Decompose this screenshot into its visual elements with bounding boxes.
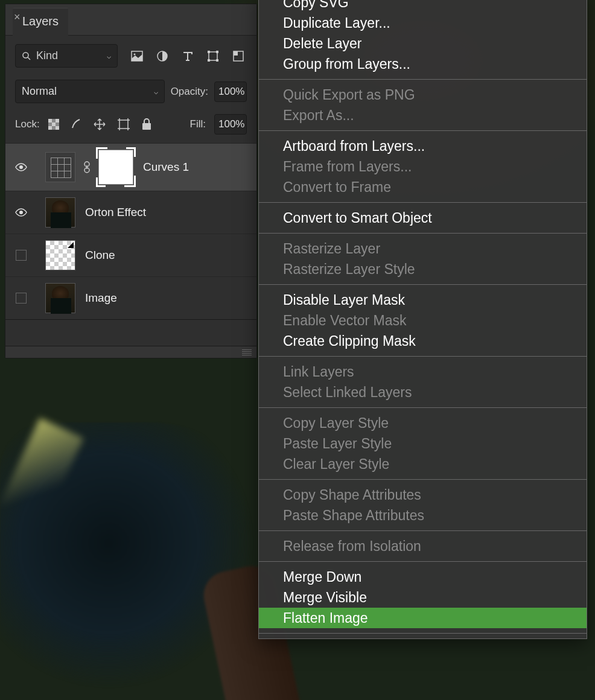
filter-kind-label: Kind (36, 49, 58, 62)
panel-footer (5, 319, 256, 346)
layer-name-label[interactable]: Curves 1 (143, 161, 189, 174)
context-menu-item: Select Linked Layers (259, 382, 587, 402)
layer-context-menu: Copy SVGDuplicate Layer...Delete LayerGr… (258, 0, 587, 639)
blend-mode-select[interactable]: Normal ⌵ (15, 80, 165, 103)
svg-rect-17 (56, 126, 59, 130)
context-menu-item[interactable]: Copy SVG (259, 0, 587, 13)
context-menu-item[interactable]: Disable Layer Mask (259, 290, 587, 310)
link-mask-icon[interactable] (81, 161, 92, 174)
context-menu-item: Enable Vector Mask (259, 310, 587, 331)
lock-artboard-icon[interactable] (117, 118, 130, 131)
filter-type-icon[interactable] (182, 50, 194, 62)
panel-resize-strip[interactable] (5, 346, 256, 358)
filter-smart-icon[interactable] (232, 50, 244, 62)
layer-thumbnail[interactable] (45, 240, 75, 270)
panel-close-icon[interactable]: × (14, 13, 25, 24)
layer-row[interactable]: Curves 1 (5, 143, 256, 191)
filter-pixel-icon[interactable] (131, 51, 143, 62)
layers-list: Curves 1Orton EffectCloneImage (5, 143, 256, 319)
fill-input[interactable]: 100% (214, 114, 247, 135)
context-menu-item[interactable]: Artboard from Layers... (259, 136, 587, 156)
svg-point-3 (134, 53, 136, 55)
layer-row[interactable]: Clone (5, 234, 256, 276)
context-menu-item: Convert to Frame (259, 177, 587, 197)
context-menu-separator (259, 561, 587, 562)
layer-row[interactable]: Image (5, 276, 256, 319)
visibility-unchecked-icon (16, 293, 27, 304)
context-menu-item: Rasterize Layer Style (259, 259, 587, 279)
svg-rect-14 (56, 119, 59, 122)
context-menu-item: Release from Isolation (259, 536, 587, 556)
svg-rect-15 (52, 122, 56, 126)
context-menu-item[interactable]: Merge Down (259, 567, 587, 587)
svg-rect-6 (208, 51, 210, 53)
layer-thumbnail[interactable] (45, 283, 75, 313)
context-menu-separator (259, 633, 587, 634)
layer-name-label[interactable]: Clone (85, 249, 115, 262)
layer-thumbnail[interactable] (45, 197, 75, 228)
svg-rect-5 (209, 52, 217, 60)
lock-position-icon[interactable] (93, 118, 106, 131)
context-menu-item: Rasterize Layer (259, 238, 587, 259)
context-menu-item: Link Layers (259, 361, 587, 382)
context-menu-item[interactable]: Delete Layer (259, 33, 587, 54)
svg-rect-18 (119, 120, 128, 129)
layer-mask-thumbnail[interactable] (98, 150, 133, 185)
opacity-input[interactable]: 100% (214, 81, 247, 102)
blend-mode-value: Normal (22, 85, 57, 98)
fill-label: Fill: (190, 118, 206, 130)
visibility-unchecked-icon (16, 250, 27, 261)
layer-thumbnail[interactable] (45, 152, 75, 182)
context-menu-item: Quick Export as PNG (259, 84, 587, 105)
lock-image-icon[interactable] (70, 118, 82, 130)
chevron-down-icon: ⌵ (107, 52, 111, 60)
context-menu-item[interactable]: Convert to Smart Object (259, 208, 587, 228)
context-menu-item[interactable]: Merge Visible (259, 587, 587, 608)
filter-kind-select[interactable]: Kind ⌵ (15, 44, 118, 68)
context-menu-separator (259, 356, 587, 357)
context-menu-separator (259, 284, 587, 285)
context-menu-separator (259, 530, 587, 531)
context-menu-item: Copy Shape Attributes (259, 485, 587, 505)
lock-transparent-icon[interactable] (48, 119, 59, 130)
layer-visibility-toggle[interactable] (13, 162, 30, 172)
lock-all-icon[interactable] (141, 118, 152, 130)
svg-rect-16 (48, 126, 52, 130)
panel-tab-bar: Layers (5, 4, 256, 36)
context-menu-separator (259, 479, 587, 480)
context-menu-separator (259, 202, 587, 203)
layer-name-label[interactable]: Orton Effect (85, 206, 146, 219)
svg-point-32 (19, 211, 23, 214)
layer-visibility-toggle[interactable] (13, 208, 30, 217)
context-menu-item[interactable]: Duplicate Layer... (259, 13, 587, 33)
filter-row: Kind ⌵ (5, 36, 256, 76)
search-icon (22, 51, 31, 61)
eye-icon (14, 208, 28, 217)
layer-visibility-toggle[interactable] (13, 250, 30, 261)
grip-icon (242, 349, 252, 355)
context-menu-item[interactable]: Create Clipping Mask (259, 331, 587, 351)
svg-point-0 (23, 52, 28, 58)
svg-rect-8 (208, 59, 210, 62)
layers-panel: × Layers Kind ⌵ Normal ⌵ Opacity: 100% L… (5, 4, 257, 358)
context-menu-item: Frame from Layers... (259, 156, 587, 177)
blend-row: Normal ⌵ Opacity: 100% (5, 76, 256, 109)
context-menu-item: Export As... (259, 105, 587, 126)
layer-row[interactable]: Orton Effect (5, 191, 256, 234)
svg-rect-7 (216, 51, 218, 53)
lock-label: Lock: (15, 118, 40, 130)
context-menu-item: Copy Layer Style (259, 413, 587, 433)
layer-visibility-toggle[interactable] (13, 293, 30, 304)
svg-rect-11 (234, 51, 238, 56)
context-menu-separator (259, 79, 587, 80)
filter-adjustment-icon[interactable] (156, 50, 168, 62)
context-menu-item: Paste Shape Attributes (259, 505, 587, 526)
opacity-label: Opacity: (171, 86, 208, 98)
context-menu-separator (259, 130, 587, 131)
context-menu-separator (259, 233, 587, 234)
context-menu-item[interactable]: Group from Layers... (259, 54, 587, 74)
context-menu-separator (259, 407, 587, 408)
context-menu-item[interactable]: Flatten Image (259, 608, 587, 628)
layer-name-label[interactable]: Image (85, 291, 117, 305)
filter-shape-icon[interactable] (207, 50, 219, 62)
